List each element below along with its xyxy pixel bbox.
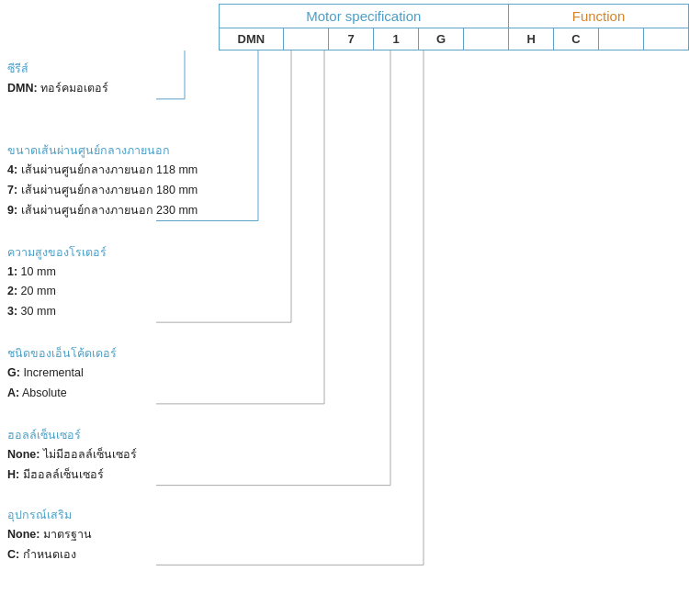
spacer-1	[7, 106, 689, 136]
diameter-item-2: 9: เส้นผ่านศูนย์กลางภายนอก 230 mm	[7, 201, 689, 221]
accessory-text-1: กำหนดเอง	[23, 548, 76, 561]
encoder-title: ชนิดของเอ็นโค้ดเดอร์	[7, 344, 689, 363]
height-item-2: 3: 30 mm	[7, 302, 689, 322]
accessory-label-0: None:	[7, 528, 40, 541]
encoder-text-1: Absolute	[22, 386, 67, 399]
series-title: ซีรีส์	[7, 60, 689, 78]
empty-header-cell	[0, 5, 219, 28]
series-section: ซีรีส์ DMN: ทอร์คมอเตอร์	[7, 60, 689, 99]
function-header: Function	[509, 5, 689, 28]
encoder-label-1: A:	[7, 386, 19, 399]
cell-c: C	[554, 28, 599, 50]
accessory-text-0: มาตรฐาน	[43, 528, 92, 541]
hall-item-0: None: ไม่มีฮอลล์เซ็นเซอร์	[7, 445, 689, 465]
height-text-2: 30 mm	[21, 305, 56, 318]
accessory-label-1: C:	[7, 548, 19, 561]
hall-label-1: H:	[7, 468, 19, 481]
diameter-title: ขนาดเส้นผ่านศูนย์กลางภายนอก	[7, 141, 689, 160]
empty-sub-cell	[0, 28, 219, 50]
diameter-item-0: 4: เส้นผ่านศูนย์กลางภายนอก 118 mm	[7, 161, 689, 181]
series-item-0: DMN: ทอร์คมอเตอร์	[7, 79, 689, 99]
cell-g: G	[419, 28, 464, 50]
hall-label-0: None:	[7, 448, 40, 461]
cell-h: H	[509, 28, 554, 50]
diameter-label-0: 4:	[7, 163, 17, 176]
spacer-4	[7, 411, 689, 420]
accessory-item-1: C: กำหนดเอง	[7, 545, 689, 566]
cell-empty1	[284, 28, 329, 50]
diameter-text-1: เส้นผ่านศูนย์กลางภายนอก 180 mm	[21, 184, 198, 196]
height-label-1: 2:	[7, 285, 17, 297]
accessory-title: อุปกรณ์เสริม	[7, 506, 689, 524]
motor-spec-header: Motor specification	[219, 5, 509, 28]
diameter-text-2: เส้นผ่านศูนย์กลางภายนอก 230 mm	[21, 204, 198, 217]
cell-7: 7	[329, 28, 374, 50]
header-table: Motor specification Function DMN 7 1 G H…	[0, 4, 689, 50]
hall-item-1: H: มีฮอลล์เซ็นเซอร์	[7, 465, 689, 486]
series-label-0: DMN:	[7, 82, 38, 95]
main-content-area: ซีรีส์ DMN: ทอร์คมอเตอร์ ขนาดเส้นผ่านศูน…	[0, 50, 689, 565]
height-title: ความสูงของโรเตอร์	[7, 243, 689, 262]
diameter-label-2: 9:	[7, 204, 17, 217]
encoder-text-0: Incremental	[23, 366, 83, 379]
encoder-item-0: G: Incremental	[7, 364, 689, 384]
hall-text-0: ไม่มีฮอลล์เซ็นเซอร์	[43, 448, 137, 461]
accessory-item-0: None: มาตรฐาน	[7, 525, 689, 545]
encoder-section: ชนิดของเอ็นโค้ดเดอร์ G: Incremental A: A…	[7, 344, 689, 404]
height-section: ความสูงของโรเตอร์ 1: 10 mm 2: 20 mm 3: 3…	[7, 243, 689, 323]
height-item-1: 2: 20 mm	[7, 282, 689, 302]
page: Motor specification Function DMN 7 1 G H…	[0, 0, 689, 581]
series-text-0: ทอร์คมอเตอร์	[40, 82, 108, 95]
diameter-text-0: เส้นผ่านศูนย์กลางภายนอก 118 mm	[21, 163, 198, 176]
diameter-section: ขนาดเส้นผ่านศูนย์กลางภายนอก 4: เส้นผ่านศ…	[7, 141, 689, 221]
cell-empty4	[644, 28, 689, 50]
height-item-0: 1: 10 mm	[7, 263, 689, 283]
hall-title: ฮอลล์เซ็นเซอร์	[7, 426, 689, 444]
cell-empty2	[464, 28, 509, 50]
accessory-section: อุปกรณ์เสริม None: มาตรฐาน C: กำหนดเอง	[7, 506, 689, 566]
left-text-column: ซีรีส์ DMN: ทอร์คมอเตอร์ ขนาดเส้นผ่านศูน…	[0, 50, 689, 565]
spacer-5	[7, 493, 689, 500]
height-label-2: 3:	[7, 305, 17, 318]
hall-text-1: มีฮอลล์เซ็นเซอร์	[23, 468, 104, 481]
height-text-1: 20 mm	[21, 285, 56, 297]
encoder-label-0: G:	[7, 366, 20, 379]
cell-empty3	[599, 28, 644, 50]
spacer-3	[7, 330, 689, 339]
spacer-2	[7, 229, 689, 238]
cell-1: 1	[374, 28, 419, 50]
height-text-0: 10 mm	[21, 265, 56, 278]
diameter-label-1: 7:	[7, 184, 17, 196]
hall-section: ฮอลล์เซ็นเซอร์ None: ไม่มีฮอลล์เซ็นเซอร์…	[7, 426, 689, 486]
encoder-item-1: A: Absolute	[7, 384, 689, 404]
diameter-item-1: 7: เส้นผ่านศูนย์กลางภายนอก 180 mm	[7, 181, 689, 201]
cell-dmn: DMN	[219, 28, 284, 50]
height-label-0: 1:	[7, 265, 17, 278]
